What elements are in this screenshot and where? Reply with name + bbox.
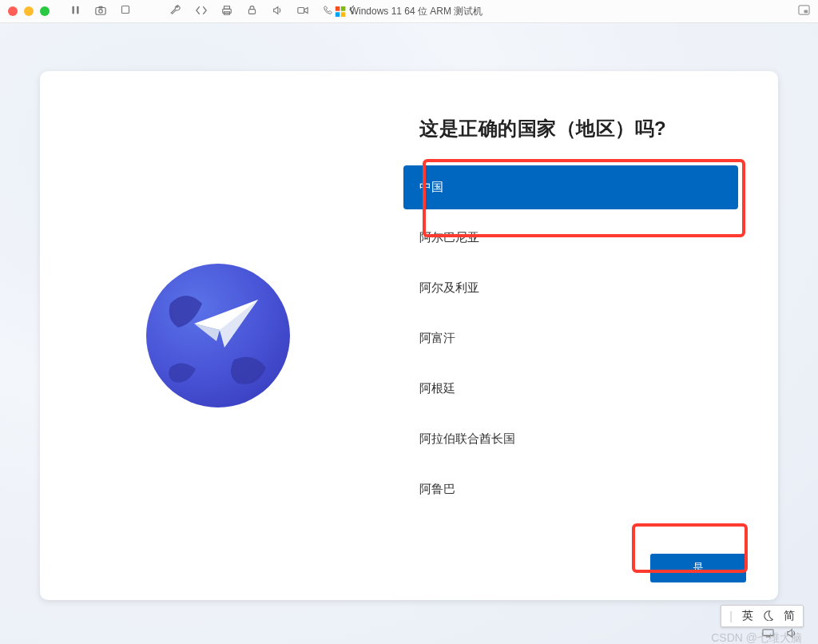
svg-rect-1: [77, 6, 78, 14]
svg-rect-2: [96, 7, 105, 14]
oobe-card: 这是正确的国家（地区）吗? 中国 阿尔巴尼亚 阿尔及利亚 阿富汗 阿根廷 阿拉伯…: [40, 71, 778, 600]
snapshot-icon[interactable]: [95, 5, 106, 18]
ime-mode-english[interactable]: 英: [742, 609, 753, 623]
sound-icon[interactable]: [272, 5, 283, 18]
svg-rect-11: [336, 6, 340, 11]
country-item-afghanistan[interactable]: 阿富汗: [403, 316, 738, 360]
country-item-uae[interactable]: 阿拉伯联合酋长国: [403, 417, 738, 461]
country-label: 阿尔及利亚: [419, 280, 479, 294]
country-list[interactable]: 中国 阿尔巴尼亚 阿尔及利亚 阿富汗 阿根廷 阿拉伯联合酋长国 阿鲁巴: [403, 165, 746, 511]
svg-rect-14: [341, 12, 346, 17]
ime-half-moon-icon[interactable]: [763, 610, 774, 623]
svg-rect-16: [804, 10, 808, 14]
watermark-text: CSDN @七维大脑: [711, 631, 802, 644]
svg-rect-10: [298, 7, 304, 13]
phone-icon[interactable]: [323, 5, 333, 18]
country-label: 阿尔巴尼亚: [419, 230, 479, 244]
oobe-heading: 这是正确的国家（地区）吗?: [403, 116, 746, 141]
confirm-button[interactable]: 是: [650, 554, 746, 582]
svg-rect-5: [122, 6, 129, 13]
stop-icon[interactable]: [121, 5, 130, 18]
svg-rect-7: [224, 6, 230, 9]
country-label: 阿拉伯联合酋长国: [419, 431, 515, 445]
ime-mode-simplified[interactable]: 简: [784, 609, 795, 623]
svg-rect-13: [336, 12, 340, 17]
country-label: 中国: [419, 180, 443, 193]
globe-paper-plane-icon: [138, 256, 298, 415]
close-window-button[interactable]: [8, 6, 18, 16]
confirm-area: 是: [650, 554, 746, 582]
svg-point-3: [99, 9, 102, 12]
titlebar-right: [798, 4, 810, 18]
mac-titlebar: Windows 11 64 位 ARM 测试机: [0, 0, 818, 23]
code-icon[interactable]: [196, 5, 207, 18]
minimize-window-button[interactable]: [24, 6, 34, 16]
video-icon[interactable]: [297, 5, 308, 18]
traffic-lights: [8, 6, 50, 16]
windows-logo-icon: [336, 6, 346, 17]
vm-viewport: 这是正确的国家（地区）吗? 中国 阿尔巴尼亚 阿尔及利亚 阿富汗 阿根廷 阿拉伯…: [0, 23, 818, 644]
svg-rect-0: [72, 6, 73, 14]
wrench-icon[interactable]: [170, 5, 181, 18]
svg-rect-4: [98, 6, 102, 8]
oobe-illustration-area: [40, 71, 395, 600]
country-item-algeria[interactable]: 阿尔及利亚: [403, 266, 738, 310]
fullscreen-window-button[interactable]: [40, 6, 50, 16]
svg-rect-15: [799, 6, 809, 14]
ime-separator: |: [729, 610, 733, 622]
country-item-argentina[interactable]: 阿根廷: [403, 367, 738, 411]
printer-icon[interactable]: [221, 5, 232, 18]
picture-in-picture-icon[interactable]: [798, 7, 810, 18]
lock-icon[interactable]: [247, 5, 257, 18]
vm-toolbar: [70, 5, 357, 18]
svg-rect-9: [248, 9, 255, 14]
oobe-content: 这是正确的国家（地区）吗? 中国 阿尔巴尼亚 阿尔及利亚 阿富汗 阿根廷 阿拉伯…: [395, 71, 778, 600]
country-label: 阿根廷: [419, 381, 455, 395]
country-label: 阿鲁巴: [419, 482, 455, 495]
window-title-text: Windows 11 64 位 ARM 测试机: [350, 5, 483, 18]
ime-indicator[interactable]: | 英 简: [721, 605, 804, 627]
svg-rect-12: [341, 6, 346, 11]
country-item-albania[interactable]: 阿尔巴尼亚: [403, 216, 738, 260]
country-item-aruba[interactable]: 阿鲁巴: [403, 467, 738, 511]
country-item-china[interactable]: 中国: [403, 165, 738, 209]
pause-icon[interactable]: [70, 5, 81, 18]
country-label: 阿富汗: [419, 331, 455, 344]
window-title: Windows 11 64 位 ARM 测试机: [336, 5, 483, 18]
